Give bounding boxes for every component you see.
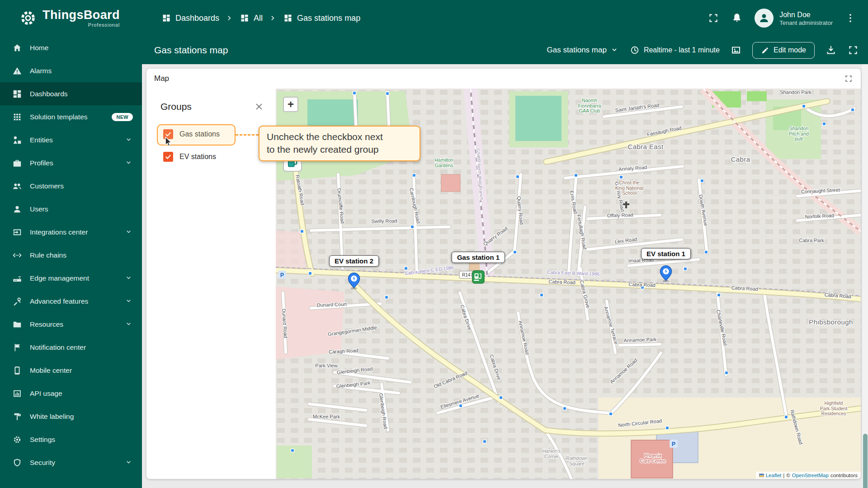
dashboard-image-icon[interactable] [731,45,741,56]
sidebar-item-customers[interactable]: Customers [0,174,142,197]
sidebar-item-label: Solution templates [30,113,88,121]
sidebar-item-dashboards[interactable]: Dashboards [0,82,142,105]
group-checkbox-ev-stations[interactable] [163,152,173,162]
parking-icon: P [278,271,286,279]
scrollbar-thumb[interactable] [863,434,868,488]
sidebar-item-rule-chains[interactable]: Rule chains [0,244,142,267]
map-handle[interactable] [701,179,704,183]
sidebar-item-mobile-center[interactable]: Mobile center [0,359,142,382]
breadcrumb-item-gas-stations-map[interactable]: Gas stations map [283,14,360,23]
marker-label-ev-station-1[interactable]: EV station 1 [641,248,691,259]
street-label: Shandon Park [780,89,811,95]
map-handle[interactable] [291,449,294,452]
sidebar-item-white-labeling[interactable]: White labeling [0,405,142,428]
map-handle[interactable] [309,272,312,275]
street-label: Cabra Road [628,282,656,288]
map-handle[interactable] [386,92,389,95]
map-handle[interactable] [385,296,388,299]
sidebar-item-resources[interactable]: Resources [0,313,142,336]
map-handle[interactable] [540,294,543,297]
fullscreen-icon[interactable] [847,44,859,56]
map-handle[interactable] [563,407,566,410]
flag-icon [759,474,764,477]
sidebar-item-label: Home [30,44,48,52]
street-label: Cabra East [627,143,663,150]
gear-icon [12,435,22,445]
logo-subtitle: Professional [42,22,120,28]
pencil-icon [761,46,769,55]
map-handle[interactable] [575,174,578,177]
map-handle[interactable] [802,105,806,108]
sidebar-item-home[interactable]: Home [0,36,142,59]
chevron-right-icon [268,13,278,23]
sidebar-item-settings[interactable]: Settings [0,428,142,451]
profiles-icon [12,158,22,168]
sidebar-item-notification-center[interactable]: Notification center [0,336,142,359]
map-handle[interactable] [516,175,519,178]
timewindow-button[interactable]: Realtime - last 1 minute [630,45,720,55]
copyright-symbol: © [786,473,790,478]
map-handle[interactable] [851,108,854,112]
sidebar-item-profiles[interactable]: Profiles [0,151,142,174]
attribution-suffix: contributors [830,473,858,478]
sidebar-item-advanced-features[interactable]: Advanced features [0,290,142,313]
dashboards-icon [283,14,292,23]
sidebar-item-alarms[interactable]: Alarms [0,59,142,82]
thingsboard-logo[interactable]: ThingsBoard Professional [0,9,142,28]
svg-text:P: P [280,272,284,278]
map-handle[interactable] [500,396,503,399]
dashboards-icon [12,89,22,99]
dashboards-icon [240,14,249,23]
edit-mode-button[interactable]: Edit mode [752,42,815,59]
sidebar-item-label: Integrations center [30,228,88,236]
map-handle[interactable] [459,404,462,408]
dashboard-select[interactable]: Gas stations map [547,46,619,55]
map-handle[interactable] [823,122,826,126]
user-menu[interactable]: John Doe Tenant administrator [755,9,833,28]
breadcrumb-item-dashboards[interactable]: Dashboards [162,14,219,23]
sidebar-item-users[interactable]: Users [0,197,142,221]
breadcrumb-label: Dashboards [175,14,219,23]
close-icon[interactable] [254,102,264,112]
chevron-down-icon [124,159,133,167]
sidebar-item-entities[interactable]: Entities [0,128,142,151]
clock-icon [630,45,640,55]
map-handle[interactable] [353,92,356,95]
sidebar-item-edge-management[interactable]: Edge management [0,267,142,290]
more-vert-icon[interactable] [844,12,856,24]
sidebar-item-integrations-center[interactable]: Integrations center [0,221,142,244]
sidebar-item-security[interactable]: Security [0,451,142,474]
sidebar-item-label: Edge management [30,274,89,282]
map-handle[interactable] [514,251,517,254]
logo-title: ThingsBoard [42,9,120,21]
map-handle[interactable] [609,413,613,416]
map-handle[interactable] [413,174,416,177]
map-handle[interactable] [411,225,414,229]
zoom-in-button[interactable]: + [283,97,298,112]
gas-station-pin[interactable] [472,271,484,283]
fullscreen-icon[interactable] [708,12,719,24]
map-handle[interactable] [666,427,669,430]
dashboard-select-value: Gas stations map [547,46,607,55]
avatar [755,9,774,28]
map-handle[interactable] [301,230,304,233]
sidebar-item-api-usage[interactable]: API usage [0,382,142,405]
map-handle[interactable] [717,294,721,297]
download-icon[interactable] [826,45,836,56]
map-handle[interactable] [483,440,486,443]
map-handle[interactable] [405,267,408,270]
map-handle[interactable] [684,267,687,271]
marker-label-ev-station-2[interactable]: EV station 2 [329,255,379,267]
sidebar-item-solution-templates[interactable]: Solution templatesNEW [0,105,142,128]
widget-fullscreen-icon[interactable] [844,74,853,83]
breadcrumb-item-all[interactable]: All [240,14,263,23]
leaflet-link[interactable]: Leaflet [766,473,782,478]
osm-link[interactable]: OpenStreetMap [792,473,829,478]
apps-icon [12,112,22,122]
map-handle[interactable] [725,371,728,375]
map-handle[interactable] [620,176,623,179]
marker-label-gas-station-1[interactable]: Gas station 1 [452,252,505,263]
map-handle[interactable] [785,416,788,419]
map-handle[interactable] [705,251,708,254]
notifications-bell-icon[interactable] [731,12,743,24]
